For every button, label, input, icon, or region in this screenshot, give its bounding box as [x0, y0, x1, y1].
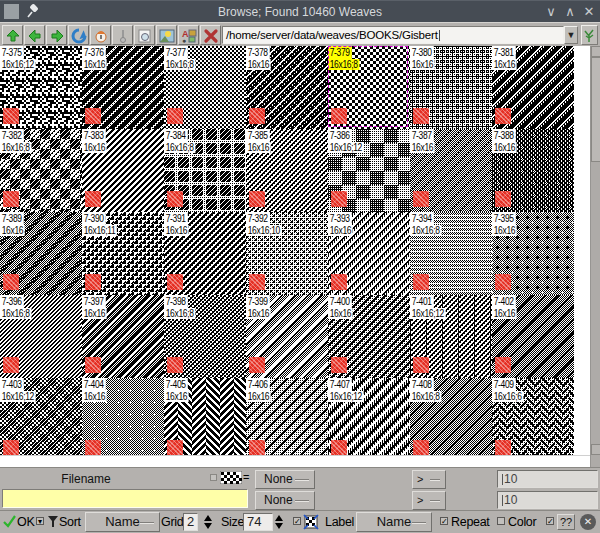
svg-text:●: ● [182, 37, 186, 44]
